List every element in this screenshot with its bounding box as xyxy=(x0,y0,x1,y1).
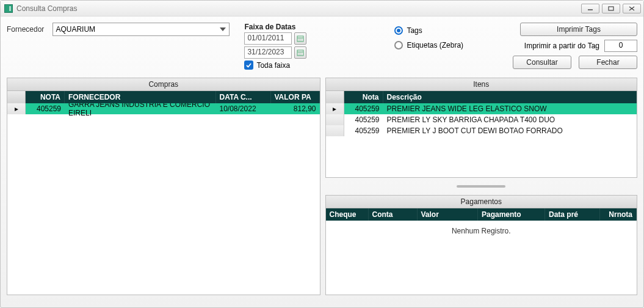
col-data-pre[interactable]: Data pré xyxy=(545,208,600,221)
tag-number-input[interactable]: 0 xyxy=(604,40,637,52)
cell-itens-nota: 405259 xyxy=(344,103,383,114)
col-conta[interactable]: Conta xyxy=(369,208,418,221)
col-data[interactable]: DATA C... xyxy=(216,91,271,103)
pagamentos-title: Pagamentos xyxy=(326,196,637,208)
row-indicator-icon: ▸ xyxy=(326,103,344,114)
imprimir-tags-label: Imprimir Tags xyxy=(557,25,601,34)
col-itens-nota[interactable]: Nota xyxy=(344,91,383,103)
cell-itens-nota: 405259 xyxy=(344,114,383,125)
list-item[interactable]: 405259PREMIER LY SKY BARRIGA CHAPADA T40… xyxy=(326,114,637,125)
col-valor[interactable]: VALOR PA xyxy=(271,91,320,103)
pagamentos-panel: Pagamentos Cheque Conta Valor Pagamento … xyxy=(325,195,638,295)
row-indicator-icon xyxy=(326,125,344,136)
svg-rect-1 xyxy=(609,7,613,10)
radio-checked-icon xyxy=(394,26,403,35)
radio-unchecked-icon xyxy=(394,41,403,50)
window: Consulta Compras Fornecedor AQUARIUM xyxy=(0,0,644,308)
maximize-icon xyxy=(607,6,615,12)
fornecedor-combo[interactable]: AQUARIUM xyxy=(52,23,230,36)
fechar-label: Fechar xyxy=(596,58,619,67)
col-pagamento[interactable]: Pagamento xyxy=(478,208,545,221)
chevron-down-icon xyxy=(218,24,228,34)
cell-fornecedor: GARRA JEANS INDUSTRIA E COMERCIO EIRELI xyxy=(65,103,216,114)
faixa-datas-label: Faixa de Datas xyxy=(244,23,306,31)
close-button[interactable] xyxy=(623,4,641,13)
maximize-button[interactable] xyxy=(602,4,620,13)
cell-itens-descricao: PREMIER JEANS WIDE LEG ELASTICO SNOW xyxy=(383,103,637,114)
toda-faixa-label: Toda faixa xyxy=(256,61,290,70)
cell-itens-descricao: PREMIER LY J BOOT CUT DEWI BOTAO FORRADO xyxy=(383,125,637,136)
radio-tags-label: Tags xyxy=(407,26,422,35)
row-indicator-icon: ▸ xyxy=(7,103,26,114)
cell-itens-descricao: PREMIER LY SKY BARRIGA CHAPADA T400 DUO xyxy=(383,114,637,125)
list-item[interactable]: ▸405259PREMIER JEANS WIDE LEG ELASTICO S… xyxy=(326,103,637,114)
calendar-to-button[interactable] xyxy=(294,46,306,59)
col-nota[interactable]: NOTA xyxy=(26,91,65,103)
radio-etiquetas-label: Etiquetas (Zebra) xyxy=(407,41,463,50)
fechar-button[interactable]: Fechar xyxy=(579,56,637,69)
svg-rect-9 xyxy=(297,50,303,56)
splitter-handle[interactable] xyxy=(457,185,505,188)
toda-faixa-checkbox[interactable]: Toda faixa xyxy=(244,61,306,70)
compras-panel: Compras NOTA FORNECEDOR DATA C... VALOR … xyxy=(7,78,320,295)
svg-rect-5 xyxy=(297,36,303,42)
cell-data: 10/08/2022 xyxy=(216,103,271,114)
pagamentos-empty: Nenhum Registro. xyxy=(326,221,637,241)
consultar-button[interactable]: Consultar xyxy=(513,56,571,69)
list-item[interactable]: 405259PREMIER LY J BOOT CUT DEWI BOTAO F… xyxy=(326,125,637,136)
fornecedor-label: Fornecedor xyxy=(7,25,44,34)
cell-itens-nota: 405259 xyxy=(344,125,383,136)
col-itens-descricao[interactable]: Descrição xyxy=(383,91,637,103)
date-to-input[interactable]: 31/12/2023 xyxy=(244,46,292,59)
col-valor-pag[interactable]: Valor xyxy=(418,208,479,221)
close-icon xyxy=(628,6,635,12)
itens-panel: Itens Nota Descrição ▸405259PREMIER JEAN… xyxy=(325,78,638,178)
pagamentos-header: Cheque Conta Valor Pagamento Data pré Nr… xyxy=(326,208,637,221)
imprimir-a-partir-label: Imprimir a partir do Tag xyxy=(524,42,599,50)
window-title: Consulta Compras xyxy=(16,4,581,13)
titlebar: Consulta Compras xyxy=(1,1,643,16)
radio-tags[interactable]: Tags xyxy=(394,26,463,35)
table-row[interactable]: ▸405259GARRA JEANS INDUSTRIA E COMERCIO … xyxy=(7,103,320,114)
col-cheque[interactable]: Cheque xyxy=(326,208,369,221)
calendar-icon xyxy=(297,35,304,42)
cell-valor: 812,90 xyxy=(271,103,320,114)
row-indicator-icon xyxy=(326,114,344,125)
minimize-button[interactable] xyxy=(581,4,599,13)
radio-etiquetas[interactable]: Etiquetas (Zebra) xyxy=(394,41,463,50)
itens-title: Itens xyxy=(326,78,637,91)
svg-marker-4 xyxy=(220,28,226,31)
minimize-icon xyxy=(587,6,594,12)
fornecedor-value: AQUARIUM xyxy=(56,25,95,34)
consultar-label: Consultar xyxy=(526,58,557,67)
calendar-from-button[interactable] xyxy=(294,32,306,45)
col-nrnota[interactable]: Nrnota xyxy=(600,208,637,221)
calendar-icon xyxy=(297,49,304,56)
date-from-input[interactable]: 01/01/2011 xyxy=(244,32,292,45)
app-icon xyxy=(4,4,13,13)
imprimir-tags-button[interactable]: Imprimir Tags xyxy=(520,23,637,36)
compras-header: NOTA FORNECEDOR DATA C... VALOR PA xyxy=(7,91,320,103)
itens-header: Nota Descrição xyxy=(326,91,637,103)
checkbox-checked-icon xyxy=(244,61,253,70)
cell-nota: 405259 xyxy=(26,103,65,114)
col-fornecedor[interactable]: FORNECEDOR xyxy=(65,91,216,103)
compras-title: Compras xyxy=(7,78,320,91)
